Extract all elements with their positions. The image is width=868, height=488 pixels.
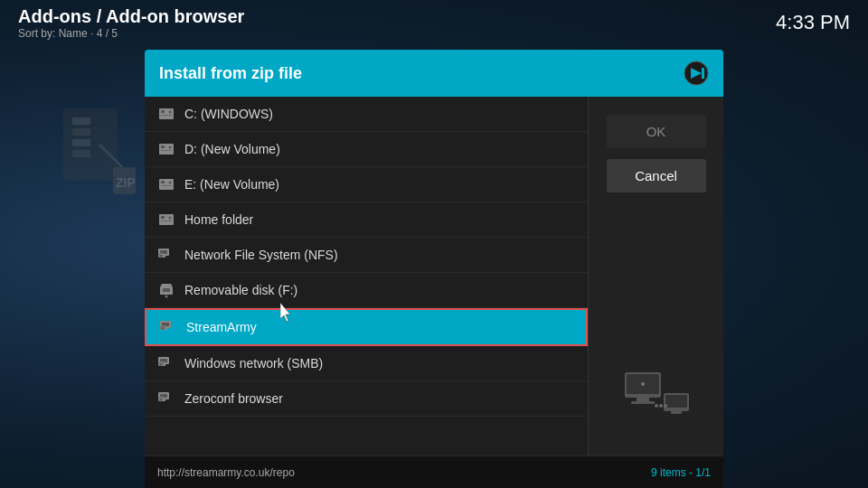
removable-icon [157, 282, 175, 298]
svg-rect-24 [161, 221, 172, 221]
svg-rect-19 [161, 181, 165, 183]
breadcrumb-area: Add-ons / Add-on browser Sort by: Name ·… [18, 6, 244, 40]
svg-rect-54 [665, 395, 687, 408]
file-item-label-d-new-volume: D: (New Volume) [184, 142, 280, 156]
network-illustration [620, 368, 693, 431]
file-item-removable-f[interactable]: Removable disk (F:) [145, 273, 588, 308]
svg-rect-9 [702, 68, 704, 79]
file-item-label-streamarmy: StreamArmy [186, 320, 257, 334]
network-icon [157, 390, 175, 407]
page-title: Add-ons / Add-on browser [18, 6, 244, 27]
file-item-label-e-new-volume: E: (New Volume) [184, 177, 279, 192]
file-item-e-new-volume[interactable]: E: (New Volume) [145, 167, 588, 202]
svg-rect-37 [162, 327, 164, 329]
status-url: http://streamarmy.co.uk/repo [157, 466, 295, 479]
svg-point-21 [169, 182, 172, 184]
svg-rect-3 [72, 139, 90, 146]
page-info: - 1/1 [689, 466, 711, 479]
svg-rect-23 [161, 216, 165, 219]
clock: 4:33 PM [776, 11, 850, 34]
svg-rect-16 [161, 150, 172, 151]
svg-rect-12 [161, 115, 172, 116]
network-icon [157, 247, 175, 263]
svg-rect-11 [161, 110, 165, 113]
svg-rect-50 [637, 398, 649, 401]
svg-rect-1 [72, 117, 90, 125]
svg-point-32 [165, 296, 168, 298]
file-item-label-zeroconf: Zeroconf browser [184, 391, 283, 406]
file-item-label-c-windows: C: (WINDOWS) [184, 107, 273, 121]
file-item-label-home-folder: Home folder [184, 212, 253, 227]
svg-point-13 [169, 111, 172, 114]
svg-point-57 [664, 404, 667, 408]
network-icon [159, 319, 177, 335]
svg-rect-14 [159, 144, 174, 155]
svg-rect-55 [671, 411, 682, 414]
dialog: Install from zip file C: (WINDOWS) D: (N… [145, 50, 723, 467]
svg-point-17 [169, 146, 172, 149]
file-item-c-windows[interactable]: C: (WINDOWS) [145, 97, 588, 132]
dialog-title: Install from zip file [159, 64, 302, 83]
file-item-zeroconf[interactable]: Zeroconf browser [145, 381, 588, 417]
ok-button[interactable]: OK [607, 115, 706, 148]
svg-rect-18 [159, 179, 174, 190]
file-item-home-folder[interactable]: Home folder [145, 202, 588, 238]
dialog-body: C: (WINDOWS) D: (New Volume) E: (New Vol… [145, 97, 723, 467]
svg-point-25 [169, 217, 172, 220]
svg-rect-31 [163, 288, 170, 292]
svg-rect-2 [72, 128, 90, 136]
drive-icon [157, 211, 175, 228]
status-items: 9 items - 1/1 [651, 466, 711, 479]
drive-icon [157, 141, 175, 157]
svg-rect-15 [161, 145, 165, 148]
file-item-label-nfs: Network File System (NFS) [184, 248, 338, 262]
svg-rect-42 [160, 363, 162, 365]
cancel-button[interactable]: Cancel [607, 159, 706, 192]
items-count: 9 items [651, 466, 686, 479]
svg-rect-51 [631, 401, 655, 404]
svg-text:ZIP: ZIP [116, 175, 136, 190]
svg-point-58 [655, 404, 658, 408]
svg-rect-47 [160, 399, 162, 400]
svg-rect-30 [160, 255, 162, 257]
svg-rect-4 [72, 150, 90, 157]
file-item-label-removable-f: Removable disk (F:) [184, 283, 297, 297]
svg-point-56 [659, 404, 663, 408]
network-icon [157, 355, 175, 371]
file-item-streamarmy[interactable]: StreamArmy [145, 308, 588, 346]
sort-info: Sort by: Name · 4 / 5 [18, 27, 244, 40]
file-list[interactable]: C: (WINDOWS) D: (New Volume) E: (New Vol… [145, 97, 588, 467]
top-bar: Add-ons / Add-on browser Sort by: Name ·… [0, 0, 868, 45]
status-bar: http://streamarmy.co.uk/repo 9 items - 1… [145, 455, 723, 488]
file-item-windows-network[interactable]: Windows network (SMB) [145, 346, 588, 381]
svg-rect-22 [159, 214, 174, 225]
svg-rect-10 [159, 108, 174, 119]
file-item-d-new-volume[interactable]: D: (New Volume) [145, 132, 588, 167]
file-item-label-windows-network: Windows network (SMB) [184, 356, 323, 371]
drive-icon [157, 176, 175, 192]
file-item-nfs[interactable]: Network File System (NFS) [145, 238, 588, 273]
svg-rect-20 [161, 185, 172, 186]
drive-icon [157, 106, 175, 122]
right-panel: OK Cancel [588, 97, 723, 467]
zip-background-icon: ZIP [54, 99, 145, 208]
kodi-logo-icon [684, 61, 709, 86]
dialog-header: Install from zip file [145, 50, 723, 97]
svg-point-52 [641, 382, 645, 386]
